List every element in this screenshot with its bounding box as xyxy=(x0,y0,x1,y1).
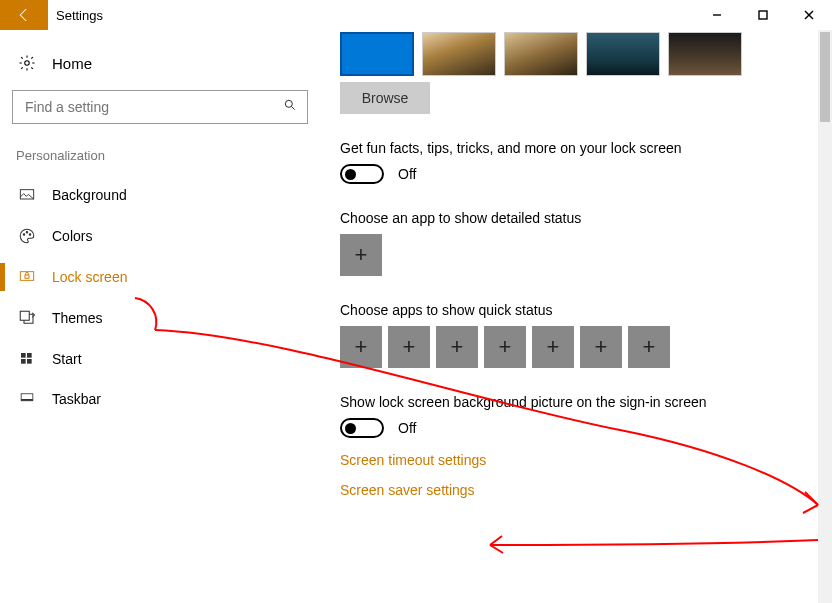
maximize-button[interactable] xyxy=(740,0,786,30)
nav-label: Taskbar xyxy=(52,391,101,407)
add-quick-app-button[interactable]: + xyxy=(340,326,382,368)
background-thumbnails xyxy=(340,32,812,76)
svg-point-9 xyxy=(26,232,28,234)
thumbnail[interactable] xyxy=(504,32,578,76)
add-quick-app-button[interactable]: + xyxy=(388,326,430,368)
plus-icon: + xyxy=(547,334,560,360)
search-input[interactable] xyxy=(23,98,283,116)
nav-label: Background xyxy=(52,187,127,203)
detailed-status-label: Choose an app to show detailed status xyxy=(340,210,812,226)
nav-label: Colors xyxy=(52,228,92,244)
svg-point-4 xyxy=(25,61,30,66)
nav-lock-screen[interactable]: Lock screen xyxy=(12,257,308,297)
svg-rect-11 xyxy=(20,272,33,281)
close-button[interactable] xyxy=(786,0,832,30)
screen-saver-link[interactable]: Screen saver settings xyxy=(340,482,812,498)
fun-facts-label: Get fun facts, tips, tricks, and more on… xyxy=(340,140,812,156)
svg-point-5 xyxy=(285,100,292,107)
plus-icon: + xyxy=(499,334,512,360)
nav-label: Themes xyxy=(52,310,103,326)
thumbnail[interactable] xyxy=(668,32,742,76)
nav-taskbar[interactable]: Taskbar xyxy=(12,379,308,419)
bg-signin-label: Show lock screen background picture on t… xyxy=(340,394,812,410)
add-quick-app-button[interactable]: + xyxy=(484,326,526,368)
nav-home[interactable]: Home xyxy=(12,48,308,90)
fun-facts-toggle[interactable] xyxy=(340,164,384,184)
svg-rect-19 xyxy=(21,399,33,401)
thumbnail[interactable] xyxy=(586,32,660,76)
svg-rect-16 xyxy=(21,359,26,364)
selection-indicator xyxy=(0,263,5,291)
bg-signin-toggle[interactable] xyxy=(340,418,384,438)
start-icon xyxy=(16,351,38,367)
svg-rect-14 xyxy=(21,353,26,358)
themes-icon xyxy=(16,309,38,327)
screen-timeout-link[interactable]: Screen timeout settings xyxy=(340,452,812,468)
plus-icon: + xyxy=(643,334,656,360)
plus-icon: + xyxy=(451,334,464,360)
sidebar: Home Personalization Background Colors xyxy=(0,30,320,603)
plus-icon: + xyxy=(355,334,368,360)
add-quick-app-button[interactable]: + xyxy=(532,326,574,368)
thumbnail[interactable] xyxy=(422,32,496,76)
minimize-button[interactable] xyxy=(694,0,740,30)
scrollbar-thumb[interactable] xyxy=(820,32,830,122)
svg-point-10 xyxy=(29,234,31,236)
quick-status-label: Choose apps to show quick status xyxy=(340,302,812,318)
titlebar: Settings xyxy=(0,0,832,30)
window-title: Settings xyxy=(48,0,111,30)
svg-rect-12 xyxy=(25,275,29,278)
thumbnail-selected[interactable] xyxy=(340,32,414,76)
nav-label: Lock screen xyxy=(52,269,127,285)
search-box[interactable] xyxy=(12,90,308,124)
add-quick-app-button[interactable]: + xyxy=(628,326,670,368)
add-detailed-app-button[interactable]: + xyxy=(340,234,382,276)
plus-icon: + xyxy=(355,242,368,268)
svg-rect-1 xyxy=(759,11,767,19)
browse-button[interactable]: Browse xyxy=(340,82,430,114)
add-quick-app-button[interactable]: + xyxy=(436,326,478,368)
nav-home-label: Home xyxy=(52,55,92,72)
plus-icon: + xyxy=(403,334,416,360)
lock-screen-icon xyxy=(16,269,38,285)
nav-themes[interactable]: Themes xyxy=(12,297,308,339)
add-quick-app-button[interactable]: + xyxy=(580,326,622,368)
nav-label: Start xyxy=(52,351,82,367)
svg-rect-17 xyxy=(27,359,32,364)
bg-signin-state: Off xyxy=(398,420,416,436)
plus-icon: + xyxy=(595,334,608,360)
taskbar-icon xyxy=(16,392,38,406)
svg-rect-13 xyxy=(20,311,29,320)
main-panel: Browse Get fun facts, tips, tricks, and … xyxy=(320,30,832,603)
svg-line-6 xyxy=(292,107,295,110)
nav-background[interactable]: Background xyxy=(12,175,308,215)
quick-status-row: + + + + + + + xyxy=(340,326,812,368)
nav-start[interactable]: Start xyxy=(12,339,308,379)
fun-facts-state: Off xyxy=(398,166,416,182)
search-icon xyxy=(283,98,297,116)
palette-icon xyxy=(16,227,38,245)
gear-icon xyxy=(16,54,38,72)
back-button[interactable] xyxy=(0,0,48,30)
section-label: Personalization xyxy=(12,144,308,175)
svg-rect-15 xyxy=(27,353,32,358)
picture-icon xyxy=(16,187,38,203)
svg-point-8 xyxy=(23,234,25,236)
nav-colors[interactable]: Colors xyxy=(12,215,308,257)
